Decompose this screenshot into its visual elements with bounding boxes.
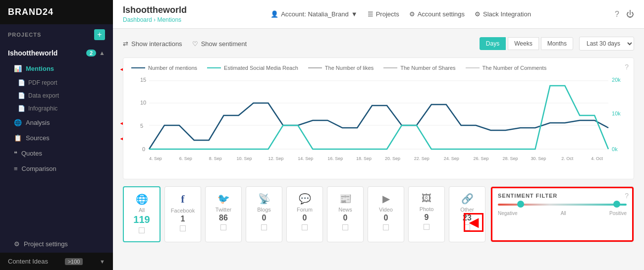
analysis-label: Analysis	[26, 119, 50, 126]
source-card-blogs[interactable]: 📡 Blogs 0	[246, 186, 282, 242]
comparison-label: Comparison	[22, 165, 56, 172]
sidebar-item-project-settings[interactable]: ⚙ Project settings	[0, 235, 113, 253]
account-settings-nav-item[interactable]: ⚙ Account settings	[409, 10, 465, 18]
account-settings-label: Account settings	[418, 10, 465, 18]
power-icon[interactable]: ⏻	[626, 10, 634, 19]
news-label: News	[332, 207, 358, 213]
infographic-label: Infographic	[28, 105, 57, 112]
breadcrumb-mentions: Mentions	[157, 16, 181, 23]
show-sentiment-button[interactable]: ♡ Show sentiment	[192, 40, 247, 48]
show-interactions-button[interactable]: ⇄ Show interactions	[123, 40, 182, 48]
legend-mentions-label: Number of mentions	[148, 65, 197, 71]
sentiment-title: SENTIMENT FILTER	[498, 193, 627, 199]
all-label: All	[129, 207, 155, 213]
video-checkbox[interactable]	[383, 224, 389, 230]
facebook-checkbox[interactable]	[180, 225, 186, 231]
photo-icon: 🖼	[414, 193, 439, 204]
svg-text:8. Sep: 8. Sep	[209, 156, 222, 161]
svg-text:28. Sep: 28. Sep	[502, 156, 518, 161]
help-icon[interactable]: ?	[615, 10, 619, 19]
account-label: Account: Natalia_Brand	[281, 10, 349, 18]
breadcrumb-dashboard[interactable]: Dashboard	[123, 16, 152, 23]
svg-text:10. Sep: 10. Sep	[237, 156, 252, 161]
slack-icon: ⚙	[475, 10, 481, 18]
all-count: 119	[129, 214, 155, 225]
mentions-icon: 📊	[14, 65, 22, 72]
legend-mentions: Number of mentions	[131, 65, 197, 71]
all-checkbox[interactable]	[139, 227, 145, 233]
sidebar-content-ideas[interactable]: Content Ideas >100 ▼	[0, 253, 113, 270]
slack-nav-item[interactable]: ⚙ Slack Integration	[475, 10, 531, 18]
legend-line-shares	[383, 67, 397, 68]
svg-text:20. Sep: 20. Sep	[385, 156, 400, 161]
source-card-twitter[interactable]: 🐦 Twitter 86	[205, 186, 242, 242]
source-card-video[interactable]: ▶ Video 0	[368, 186, 404, 242]
sidebar: BRAND24 PROJECTS + Ishoottheworld 2 ▲ 📊 …	[0, 0, 113, 270]
sentiment-filter-card: ? SENTIMENT FILTER Negative All Positive…	[490, 186, 634, 242]
blogs-icon: 📡	[251, 193, 277, 205]
sentiment-info-icon[interactable]: ?	[625, 192, 629, 200]
weeks-button[interactable]: Weeks	[508, 37, 538, 50]
mentions-label: Mentions	[26, 65, 54, 72]
chart-info-icon[interactable]: ?	[625, 63, 629, 71]
source-card-photo[interactable]: 🖼 Photo 9	[408, 186, 445, 242]
sidebar-item-analysis[interactable]: 🌐 Analysis ◀	[0, 115, 113, 130]
video-label: Video	[373, 207, 399, 213]
sidebar-item-sources[interactable]: 📋 Sources ◀	[0, 130, 113, 146]
filter-right: Days Weeks Months Last 30 days	[480, 37, 634, 51]
source-card-facebook[interactable]: f Facebook 1	[164, 186, 201, 242]
export-icon: 📄	[18, 92, 25, 99]
sidebar-item-comparison[interactable]: ≡ Comparison	[0, 161, 113, 176]
sentiment-handle-right[interactable]	[613, 201, 620, 208]
news-count: 0	[332, 214, 358, 222]
sidebar-item-data-export[interactable]: 📄 Data export	[0, 89, 113, 102]
source-card-forum[interactable]: 💬 Forum 0	[286, 186, 323, 242]
gear-icon: ⚙	[409, 10, 415, 18]
export-label: Data export	[28, 92, 59, 99]
legend-line-mentions	[131, 67, 145, 68]
legend-likes: The Number of likes	[308, 65, 374, 71]
news-checkbox[interactable]	[342, 224, 348, 230]
sentiment-handle-left[interactable]	[517, 201, 524, 208]
content-ideas-badge: >100	[65, 258, 83, 265]
source-card-news[interactable]: 📰 News 0	[327, 186, 364, 242]
months-button[interactable]: Months	[541, 37, 573, 50]
add-project-button[interactable]: +	[94, 29, 105, 40]
blogs-checkbox[interactable]	[261, 224, 267, 230]
svg-text:16. Sep: 16. Sep	[327, 156, 343, 161]
interactions-icon: ⇄	[123, 40, 128, 48]
forum-checkbox[interactable]	[302, 224, 308, 230]
show-sentiment-label: Show sentiment	[201, 40, 247, 48]
project-settings-label: Project settings	[24, 240, 68, 248]
sentiment-slider[interactable]	[498, 204, 627, 206]
sidebar-item-quotes[interactable]: ❝ Quotes	[0, 146, 113, 161]
chevron-down-icon: ▼	[100, 259, 105, 265]
sidebar-item-mentions[interactable]: 📊 Mentions ◀	[0, 61, 113, 76]
twitter-checkbox[interactable]	[220, 224, 226, 230]
projects-nav-item[interactable]: ☰ Projects	[368, 10, 399, 18]
svg-text:22. Sep: 22. Sep	[414, 156, 429, 161]
project-item[interactable]: Ishoottheworld 2 ▲	[0, 45, 113, 61]
source-card-all[interactable]: 🌐 All 119	[123, 186, 161, 242]
show-interactions-label: Show interactions	[131, 40, 182, 48]
twitter-count: 86	[211, 214, 236, 222]
date-range-select[interactable]: Last 30 days	[579, 37, 634, 51]
all-icon: 🌐	[129, 193, 155, 205]
dropdown-icon: ▼	[351, 10, 358, 18]
account-nav-item[interactable]: 👤 Account: Natalia_Brand ▼	[270, 10, 357, 18]
days-button[interactable]: Days	[480, 37, 506, 50]
sidebar-item-infographic[interactable]: 📄 Infographic	[0, 102, 113, 115]
sentiment-positive-label: Positive	[609, 211, 627, 216]
svg-text:5: 5	[140, 123, 143, 129]
svg-text:12. Sep: 12. Sep	[268, 156, 283, 161]
chart-legend: Number of mentions Estimated Social Medi…	[131, 65, 626, 71]
sentiment-all-label: All	[561, 211, 566, 216]
source-cards-container: 🌐 All 119 f Facebook 1 🐦 Twitter 86	[123, 186, 485, 242]
projects-label: PROJECTS	[8, 32, 41, 38]
facebook-icon: f	[170, 193, 196, 206]
sidebar-item-pdf[interactable]: 📄 PDF report	[0, 76, 113, 89]
video-icon: ▶	[373, 193, 399, 205]
legend-line-social	[207, 67, 221, 68]
heart-icon: ♡	[192, 40, 198, 48]
photo-checkbox[interactable]	[424, 224, 429, 230]
